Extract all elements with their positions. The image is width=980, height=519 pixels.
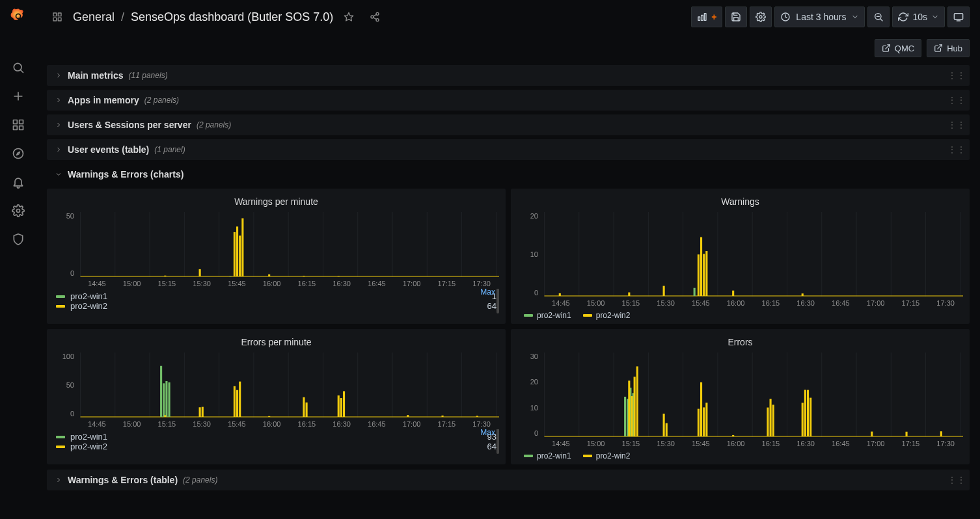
explore-icon[interactable] (5, 140, 31, 166)
legend-item[interactable]: pro2-win2 (583, 311, 631, 320)
page-title[interactable]: SenseOps dashboard (Butler SOS 7.0) (131, 10, 333, 24)
row-title: Warnings & Errors (charts) (68, 169, 184, 180)
chart-yaxis: 30 20 10 0 (517, 353, 541, 437)
legend-item[interactable]: pro2-win1 (524, 451, 571, 460)
legend-item[interactable]: pro2-win1 1 (56, 291, 497, 301)
legend-swatch (56, 446, 65, 448)
star-icon[interactable] (338, 7, 359, 27)
row-title: Warnings & Errors (table) (68, 475, 178, 485)
svg-rect-136 (636, 366, 638, 436)
svg-rect-72 (694, 288, 696, 296)
svg-rect-142 (705, 403, 707, 436)
svg-rect-150 (810, 398, 811, 436)
row-count: (1 panel) (154, 145, 185, 154)
svg-line-33 (938, 45, 942, 49)
scrollbar[interactable] (497, 289, 499, 313)
zoom-out-button[interactable] (867, 7, 890, 27)
chart-canvas (517, 212, 963, 297)
legend-label: pro2-win2 (596, 311, 631, 320)
breadcrumb: General / SenseOps dashboard (Butler SOS… (73, 10, 333, 24)
svg-rect-148 (804, 390, 806, 436)
legend-swatch (56, 305, 65, 308)
legend-item[interactable]: pro2-win2 64 (56, 442, 497, 451)
drag-handle-icon[interactable]: ⋮⋮ (947, 95, 966, 105)
link-qmc-label: QMC (895, 44, 914, 53)
svg-rect-149 (807, 390, 809, 436)
svg-rect-77 (700, 237, 702, 296)
drag-handle-icon[interactable]: ⋮⋮ (947, 144, 966, 155)
panel-errors-per-minute[interactable]: Errors per minute 100 50 0 14:4515:0015:… (47, 329, 506, 464)
scrollbar[interactable] (497, 429, 499, 454)
toolbar-actions: + Last 3 hours 10s (691, 7, 970, 27)
time-range-picker[interactable]: Last 3 hours (774, 7, 865, 27)
legend-item[interactable]: pro2-win2 64 (56, 301, 497, 311)
row-warnings-errors-charts[interactable]: Warnings & Errors (charts) (47, 164, 970, 185)
svg-rect-112 (407, 415, 409, 417)
svg-rect-143 (732, 435, 734, 436)
plus-icon[interactable] (5, 83, 31, 109)
grafana-logo[interactable] (8, 5, 29, 26)
link-qmc[interactable]: QMC (875, 39, 921, 57)
drag-handle-icon[interactable]: ⋮⋮ (947, 120, 966, 130)
panel-warnings[interactable]: Warnings 20 10 0 14:4515:0015:1515:3015:… (511, 189, 970, 324)
add-panel-button[interactable]: + (691, 7, 722, 27)
link-hub[interactable]: Hub (927, 39, 970, 57)
apps-icon[interactable] (47, 7, 68, 27)
svg-rect-13 (58, 13, 61, 16)
sidebar (0, 0, 36, 519)
share-icon[interactable] (364, 7, 385, 27)
panel-grid: Warnings per minute 50 0 14:4515:0015:15… (47, 189, 970, 464)
search-icon[interactable] (5, 55, 31, 81)
drag-handle-icon[interactable]: ⋮⋮ (947, 475, 966, 485)
svg-rect-80 (732, 291, 734, 296)
row-main-metrics[interactable]: Main metrics (11 panels) ⋮⋮ (47, 65, 970, 86)
row-apps-in-memory[interactable]: Apps in memory (2 panels) ⋮⋮ (47, 90, 970, 111)
row-user-events[interactable]: User events (table) (1 panel) ⋮⋮ (47, 139, 970, 160)
chart-area: 50 0 (53, 212, 499, 277)
configuration-icon[interactable] (5, 198, 31, 224)
refresh-button[interactable]: 10s (892, 7, 945, 27)
svg-rect-108 (306, 403, 308, 417)
row-users-sessions[interactable]: Users & Sessions per server (2 panels) ⋮… (47, 114, 970, 135)
svg-rect-113 (442, 416, 444, 417)
row-title: Main metrics (68, 70, 124, 81)
save-button[interactable] (725, 7, 747, 27)
svg-rect-96 (160, 366, 162, 417)
panel-warnings-per-minute[interactable]: Warnings per minute 50 0 14:4515:0015:15… (47, 189, 506, 324)
row-warnings-errors-table[interactable]: Warnings & Errors (table) (2 panels) ⋮⋮ (47, 470, 970, 490)
svg-line-28 (880, 19, 882, 21)
chart-xaxis: 14:4515:0015:1515:3015:4516:0016:1516:30… (517, 297, 963, 308)
legend-item[interactable]: pro2-win1 93 (56, 432, 497, 442)
svg-rect-129 (624, 397, 626, 436)
row-count: (11 panels) (129, 71, 168, 80)
breadcrumb-folder[interactable]: General (73, 10, 115, 24)
legend-swatch (56, 436, 65, 438)
panel-errors[interactable]: Errors 30 20 10 0 14:4515:0015:1515:3015… (511, 329, 970, 464)
svg-rect-110 (340, 398, 342, 417)
svg-rect-105 (239, 382, 241, 417)
admin-icon[interactable] (5, 226, 31, 252)
tv-mode-button[interactable] (947, 7, 970, 27)
legend-item[interactable]: pro2-win1 (524, 311, 571, 320)
alerting-icon[interactable] (5, 169, 31, 195)
legend-swatch (524, 314, 533, 317)
dashboard-links: QMC Hub (36, 34, 980, 65)
svg-line-21 (374, 18, 377, 20)
chart-area: 20 10 0 (517, 212, 963, 297)
drag-handle-icon[interactable]: ⋮⋮ (947, 70, 966, 81)
dashboards-icon[interactable] (5, 112, 31, 138)
settings-button[interactable] (750, 7, 772, 27)
svg-rect-8 (20, 126, 23, 130)
chart-area: 100 50 0 (53, 353, 499, 418)
svg-rect-145 (770, 399, 772, 436)
svg-rect-135 (634, 377, 636, 436)
chart-yaxis: 100 50 0 (53, 353, 77, 418)
legend-item[interactable]: pro2-win2 (583, 451, 631, 460)
chevron-right-icon (55, 96, 62, 104)
svg-rect-57 (338, 276, 340, 276)
chart-canvas (53, 212, 499, 277)
legend-label: pro2-win1 (70, 432, 107, 442)
chart-area: 30 20 10 0 (517, 353, 963, 437)
chevron-right-icon (55, 121, 62, 129)
svg-rect-139 (698, 409, 700, 436)
